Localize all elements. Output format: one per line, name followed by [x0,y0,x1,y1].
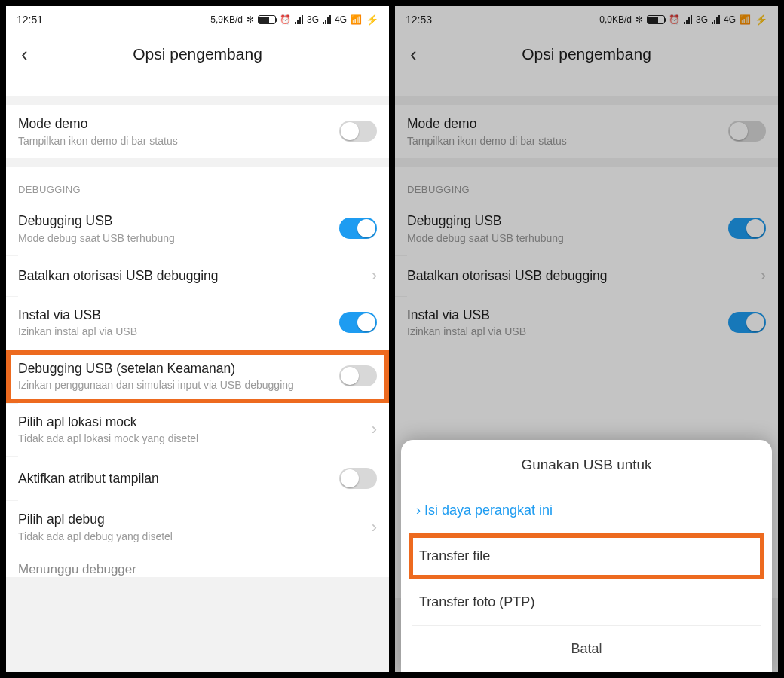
setting-title: Mode demo [18,115,330,133]
setting-title: Batalkan otorisasi USB debugging [18,267,360,285]
setting-title: Instal via USB [18,307,330,324]
setting-wait-debugger[interactable]: Menunggu debugger [6,554,389,577]
setting-title: Aktifkan atribut tampilan [18,470,330,487]
setting-subtitle: Tidak ada apl debug yang disetel [18,530,360,543]
setting-revoke-usb: Batalkan otorisasi USB debugging › [395,256,778,296]
bluetooth-icon: ✻ [635,14,643,25]
setting-revoke-usb[interactable]: Batalkan otorisasi USB debugging › [6,256,389,296]
install-via-usb-toggle[interactable] [339,312,377,333]
chevron-right-icon: › [758,267,766,284]
charging-icon: ⚡ [755,14,767,26]
usb-dialog: Gunakan USB untuk Isi daya perangkat ini… [395,440,778,672]
status-right: 5,9KB/d ✻ ⏰ 3G 4G 📶 ⚡ [210,14,378,26]
status-bar: 12:51 5,9KB/d ✻ ⏰ 3G 4G 📶 ⚡ [6,6,389,33]
settings-list[interactable]: Mode demo Tampilkan ikon demo di bar sta… [6,75,389,672]
usb-option-ptp[interactable]: Transfer foto (PTP) [401,579,772,625]
status-right: 0,0KB/d ✻ ⏰ 3G 4G 📶 ⚡ [599,14,767,26]
net-1: 3G [307,14,319,25]
view-attributes-toggle[interactable] [339,468,377,489]
setting-mock-location[interactable]: Pilih apl lokasi mock Tidak ada apl loka… [6,404,389,457]
usb-option-transfer-file[interactable]: Transfer file [409,533,764,579]
install-via-usb-toggle [728,312,766,333]
setting-subtitle: Izinkan instal apl via USB [407,325,719,338]
header: ‹ Opsi pengembang [6,33,389,75]
setting-subtitle: Izinkan penggunaan dan simulasi input vi… [18,378,330,392]
phone-right: 12:53 0,0KB/d ✻ ⏰ 3G 4G 📶 ⚡ ‹ Opsi penge… [395,6,778,672]
chevron-right-icon: › [369,519,377,536]
chevron-right-icon: › [369,421,377,438]
net-1: 3G [696,14,708,25]
setting-title: Debugging USB (setelan Keamanan) [18,360,330,377]
signal-2-icon [712,15,720,24]
status-time: 12:53 [406,14,432,26]
net-2: 4G [724,14,736,25]
signal-1-icon [684,15,692,24]
battery-small-icon [647,15,665,24]
setting-subtitle: Tampilkan ikon demo di bar status [407,134,719,148]
section-debugging: DEBUGGING [6,167,389,203]
status-data-rate: 0,0KB/d [599,14,632,25]
back-button[interactable]: ‹ [15,38,34,71]
battery-small-icon [258,15,276,24]
setting-title: Instal via USB [407,307,719,324]
signal-2-icon [323,15,331,24]
dialog-cancel-button[interactable]: Batal [401,626,772,672]
wifi-icon: 📶 [740,14,751,25]
alarm-icon: ⏰ [280,14,291,25]
setting-install-via-usb[interactable]: Instal via USB Izinkan instal apl via US… [6,297,389,350]
setting-subtitle: Izinkan instal apl via USB [18,325,330,338]
back-button[interactable]: ‹ [404,38,423,71]
status-time: 12:51 [17,14,43,26]
usb-debugging-toggle [728,218,766,239]
charging-icon: ⚡ [366,14,378,26]
section-debugging: DEBUGGING [395,167,778,203]
header: ‹ Opsi pengembang [395,33,778,75]
phone-left: 12:51 5,9KB/d ✻ ⏰ 3G 4G 📶 ⚡ ‹ Opsi penge… [6,6,389,672]
setting-title: Debugging USB [18,212,330,230]
setting-title: Pilih apl debug [18,511,360,528]
setting-subtitle: Tidak ada apl lokasi mock yang disetel [18,432,360,445]
usb-option-charge[interactable]: Isi daya perangkat ini [401,487,772,533]
demo-mode-toggle [728,121,766,142]
setting-demo-mode: Mode demo Tampilkan ikon demo di bar sta… [395,105,778,158]
alarm-icon: ⏰ [669,14,680,25]
net-2: 4G [335,14,347,25]
wifi-icon: 📶 [351,14,362,25]
setting-title: Pilih apl lokasi mock [18,414,360,431]
setting-subtitle: Mode debug saat USB terhubung [18,231,330,245]
setting-install-via-usb: Instal via USB Izinkan instal apl via US… [395,297,778,350]
page-title: Opsi pengembang [6,45,389,63]
setting-usb-debugging-security[interactable]: Debugging USB (setelan Keamanan) Izinkan… [6,350,389,403]
signal-1-icon [295,15,303,24]
setting-debug-app[interactable]: Pilih apl debug Tidak ada apl debug yang… [6,501,389,554]
status-bar: 12:53 0,0KB/d ✻ ⏰ 3G 4G 📶 ⚡ [395,6,778,33]
setting-title: Batalkan otorisasi USB debugging [407,267,749,285]
setting-title: Mode demo [407,115,719,133]
setting-subtitle: Tampilkan ikon demo di bar status [18,134,330,148]
setting-view-attributes[interactable]: Aktifkan atribut tampilan [6,457,389,500]
status-data-rate: 5,9KB/d [210,14,243,25]
chevron-right-icon: › [369,267,377,284]
setting-usb-debugging: Debugging USB Mode debug saat USB terhub… [395,203,778,255]
usb-debugging-security-toggle[interactable] [339,365,377,386]
setting-usb-debugging[interactable]: Debugging USB Mode debug saat USB terhub… [6,203,389,255]
usb-debugging-toggle[interactable] [339,218,377,239]
setting-demo-mode[interactable]: Mode demo Tampilkan ikon demo di bar sta… [6,105,389,158]
setting-title: Debugging USB [407,212,719,230]
page-title: Opsi pengembang [395,45,778,63]
setting-subtitle: Mode debug saat USB terhubung [407,231,719,245]
bluetooth-icon: ✻ [247,14,254,25]
dialog-title: Gunakan USB untuk [401,457,772,487]
demo-mode-toggle[interactable] [339,121,377,142]
